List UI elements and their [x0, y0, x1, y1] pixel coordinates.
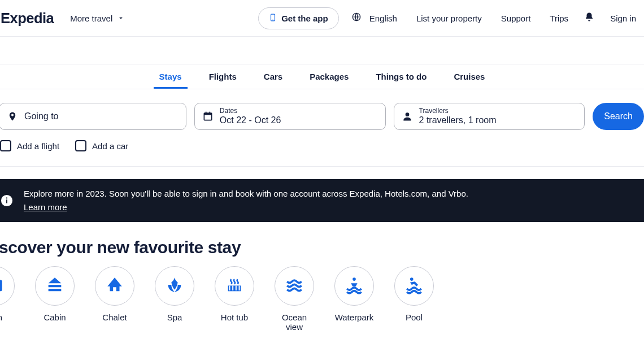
dates-field[interactable]: Dates Oct 22 - Oct 26: [194, 103, 386, 130]
svg-rect-9: [6, 199, 7, 203]
person-icon: [401, 110, 414, 123]
stay-label: Cabin: [43, 312, 66, 322]
tab-things[interactable]: Things to do: [373, 65, 429, 88]
svg-rect-4: [204, 113, 211, 115]
stay-label: arm: [0, 312, 2, 322]
chalet-icon: [105, 275, 124, 297]
chevron-down-icon: [117, 14, 125, 22]
tab-flights[interactable]: Flights: [207, 65, 239, 88]
stay-item-hottub[interactable]: Hot tub: [215, 266, 254, 332]
list-property-link[interactable]: List your property: [413, 11, 485, 25]
add-car-checkbox[interactable]: Add a car: [75, 140, 128, 151]
search-form: Going to Dates Oct 22 - Oct 26 Traveller…: [0, 89, 644, 130]
notifications-button[interactable]: [584, 11, 594, 25]
checkbox-icon: [75, 140, 86, 151]
language-label: English: [366, 11, 401, 25]
stay-label: Spa: [167, 312, 182, 322]
banner-message: Explore more in 2023. Soon you'll be abl…: [24, 187, 468, 201]
more-travel-dropdown[interactable]: More travel: [70, 14, 125, 23]
destination-placeholder: Going to: [24, 111, 58, 121]
svg-point-10: [6, 197, 7, 198]
stay-categories: arm Cabin Chalet Spa Hot: [0, 266, 644, 332]
stay-label: Chalet: [102, 312, 127, 322]
add-flight-label: Add a flight: [17, 141, 59, 151]
svg-point-14: [410, 277, 414, 281]
pool-icon: [404, 275, 424, 297]
divider: [0, 166, 644, 167]
header-nav: Expedia More travel Get the app English …: [0, 0, 644, 37]
travellers-value: 2 travellers, 1 room: [419, 115, 497, 125]
tab-things-label: Things to do: [376, 72, 427, 81]
product-tabs: Stays Flights Cars Packages Things to do…: [0, 64, 644, 89]
svg-point-13: [353, 277, 356, 281]
info-banner: Explore more in 2023. Soon you'll be abl…: [0, 179, 644, 222]
stay-item-ocean[interactable]: Ocean view: [275, 266, 314, 332]
dates-value: Oct 22 - Oct 26: [220, 115, 281, 125]
support-link[interactable]: Support: [498, 11, 534, 25]
cabin-icon: [45, 275, 64, 297]
add-options-row: Add a flight Add a car: [0, 130, 644, 166]
tab-cruises[interactable]: Cruises: [451, 65, 487, 88]
farm-icon: [0, 275, 5, 297]
dates-label: Dates: [220, 107, 281, 115]
travellers-label: Travellers: [419, 107, 497, 115]
more-travel-label: More travel: [70, 14, 112, 23]
tab-packages-label: Packages: [310, 72, 349, 81]
stay-item-waterpark[interactable]: Waterpark: [334, 266, 374, 332]
expedia-logo[interactable]: Expedia: [1, 10, 54, 27]
ocean-icon: [285, 275, 304, 297]
stay-label: Pool: [406, 312, 423, 322]
stay-item-farm[interactable]: arm: [0, 266, 15, 332]
add-car-label: Add a car: [92, 141, 128, 151]
get-app-button[interactable]: Get the app: [258, 7, 339, 29]
sign-in-link[interactable]: Sign in: [607, 11, 639, 25]
add-flight-checkbox[interactable]: Add a flight: [0, 140, 59, 151]
destination-field[interactable]: Going to: [0, 103, 186, 130]
stay-item-cabin[interactable]: Cabin: [35, 266, 75, 332]
globe-icon: [351, 12, 362, 24]
stay-label: Hot tub: [221, 312, 248, 322]
secondary-bar: [0, 37, 644, 64]
language-selector[interactable]: English: [351, 11, 401, 25]
tab-flights-label: Flights: [209, 72, 237, 81]
checkbox-icon: [0, 140, 11, 151]
hottub-icon: [225, 275, 244, 297]
tab-packages[interactable]: Packages: [307, 65, 351, 88]
stay-item-spa[interactable]: Spa: [155, 266, 194, 332]
svg-point-7: [405, 112, 409, 116]
stay-item-chalet[interactable]: Chalet: [95, 266, 134, 332]
tab-stays-label: Stays: [159, 72, 182, 81]
calendar-icon: [202, 110, 214, 123]
tab-stays[interactable]: Stays: [157, 65, 184, 88]
tab-cars-label: Cars: [264, 72, 282, 81]
search-button[interactable]: Search: [593, 103, 644, 130]
stay-label: Ocean view: [275, 312, 314, 332]
spa-icon: [165, 275, 184, 297]
stay-label: Waterpark: [335, 312, 374, 322]
info-icon: [0, 194, 14, 207]
svg-rect-5: [206, 112, 207, 114]
stay-item-pool[interactable]: Pool: [394, 266, 434, 332]
tab-cruises-label: Cruises: [454, 72, 485, 81]
tab-cars[interactable]: Cars: [262, 65, 285, 88]
travellers-field[interactable]: Travellers 2 travellers, 1 room: [394, 103, 585, 130]
location-icon: [6, 110, 19, 123]
phone-icon: [269, 12, 277, 24]
banner-learn-more-link[interactable]: Learn more: [24, 201, 67, 214]
svg-point-1: [273, 19, 273, 20]
svg-rect-11: [0, 280, 2, 292]
svg-rect-6: [209, 112, 210, 114]
get-app-label: Get the app: [281, 14, 328, 23]
trips-link[interactable]: Trips: [546, 11, 572, 25]
waterpark-icon: [345, 275, 364, 297]
discover-heading: scover your new favourite stay: [0, 238, 644, 257]
